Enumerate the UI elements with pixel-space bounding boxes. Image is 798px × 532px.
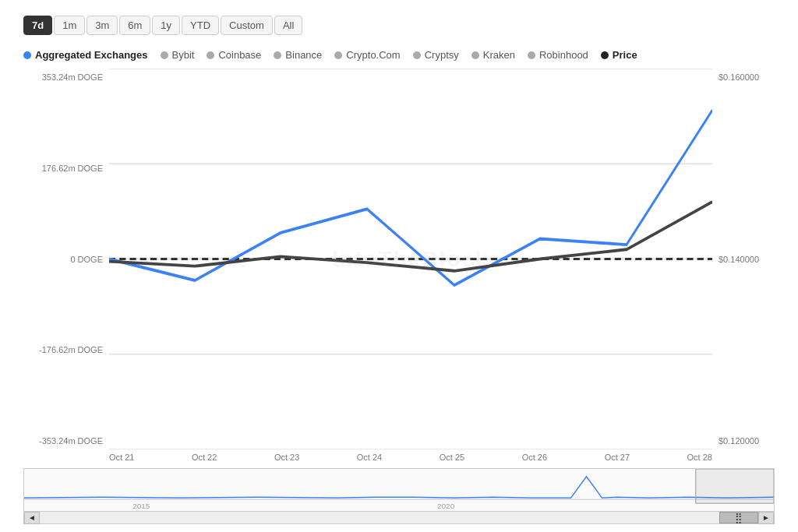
legend-label: Price [613,49,637,61]
legend-label: Bybit [172,49,195,61]
time-btn-7d[interactable]: 7d [23,16,52,35]
chart-canvas-area: IntoTheBlock [109,69,712,449]
legend-item-crypto-com: Crypto.Com [334,49,400,61]
legend-dot [334,51,342,59]
legend-dot [161,51,168,59]
time-btn-6m[interactable]: 6m [119,16,150,35]
legend-dot [207,51,214,59]
x-axis: Oct 21Oct 22Oct 23Oct 24Oct 25Oct 26Oct … [23,449,775,465]
x-axis-label: Oct 27 [605,453,630,462]
mini-chart-wrapper: 2015 2020 ◄ ⣿ ► [23,468,775,524]
legend-dot [274,51,281,59]
scroll-right-arrow[interactable]: ► [758,512,774,524]
y-axis-left-label: 176.62m DOGE [23,164,103,173]
legend-dot [471,51,479,59]
time-btn-1m[interactable]: 1m [54,16,85,35]
time-btn-custom[interactable]: Custom [221,16,273,35]
legend-label: Crypto.Com [346,49,400,61]
legend-label: Robinhood [539,49,588,61]
x-axis-label: Oct 24 [357,453,382,462]
legend-item-bybit: Bybit [161,49,195,61]
legend-item-cryptsy: Cryptsy [413,49,459,61]
y-axis-right-label: $0.120000 [719,436,775,446]
scroll-grip-icon: ⣿ [735,512,743,523]
x-axis-label: Oct 28 [687,453,712,462]
time-range-bar: 7d1m3m6m1yYTDCustomAll [23,16,775,35]
legend-item-coinbase: Coinbase [207,49,261,61]
x-axis-label: Oct 23 [274,453,299,462]
svg-text:2020: 2020 [437,502,455,510]
x-axis-label: Oct 26 [522,453,547,462]
y-axis-left-label: -353.24m DOGE [23,436,103,446]
legend-label: Kraken [483,49,515,61]
x-axis-label: Oct 21 [109,453,134,462]
main-chart-wrapper: 353.24m DOGE176.62m DOGE0 DOGE-176.62m D… [23,69,775,449]
scroll-track[interactable]: ⣿ [40,512,758,523]
y-axis-left-label: -176.62m DOGE [23,345,103,354]
legend-label: Cryptsy [425,49,459,61]
svg-rect-9 [696,469,774,503]
legend-dot [601,51,609,59]
y-axis-left-label: 353.24m DOGE [23,72,103,82]
legend-label: Coinbase [218,49,261,61]
y-axis-right: $0.160000$0.140000$0.120000 [712,69,775,449]
time-btn-1y[interactable]: 1y [152,16,180,35]
svg-text:2015: 2015 [132,502,150,510]
scroll-left-arrow[interactable]: ◄ [24,512,40,524]
y-axis-left: 353.24m DOGE176.62m DOGE0 DOGE-176.62m D… [23,69,109,449]
time-btn-3m[interactable]: 3m [87,16,118,35]
legend-item-price: Price [601,49,637,61]
chart-section: 353.24m DOGE176.62m DOGE0 DOGE-176.62m D… [23,69,775,524]
legend-item-kraken: Kraken [471,49,515,61]
main-container: 7d1m3m6m1yYTDCustomAll Aggregated Exchan… [0,0,798,532]
time-btn-all[interactable]: All [274,16,302,35]
mini-chart-area: 2015 2020 [23,468,775,512]
legend-dot [413,51,421,59]
legend-label: Binance [285,49,322,61]
y-axis-right-label: $0.160000 [719,72,775,82]
legend: Aggregated ExchangesBybitCoinbaseBinance… [23,49,775,61]
scroll-thumb[interactable]: ⣿ [719,512,758,523]
legend-item-robinhood: Robinhood [528,49,588,61]
y-axis-left-label: 0 DOGE [23,255,103,264]
time-btn-ytd[interactable]: YTD [182,16,219,35]
legend-label: Aggregated Exchanges [35,49,148,61]
legend-dot [528,51,535,59]
legend-dot [23,51,31,59]
y-axis-right-label: $0.140000 [719,255,775,264]
x-axis-label: Oct 25 [440,453,464,462]
mini-scrollbar: ◄ ⣿ ► [23,512,775,524]
legend-item-aggregated-exchanges: Aggregated Exchanges [23,49,148,61]
x-axis-label: Oct 22 [192,453,217,462]
legend-item-binance: Binance [274,49,322,61]
